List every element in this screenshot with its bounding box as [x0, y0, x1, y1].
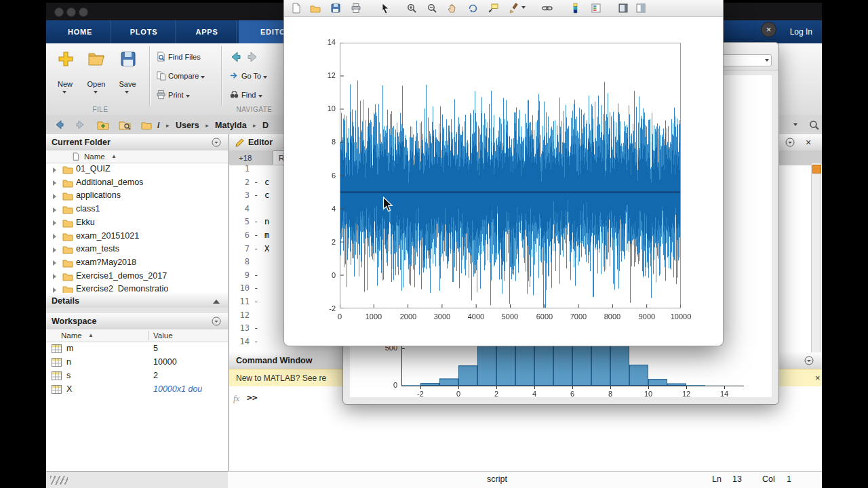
- panel-menu-icon[interactable]: [212, 317, 221, 326]
- expand-icon[interactable]: [53, 287, 56, 293]
- expand-icon[interactable]: [53, 274, 56, 279]
- tab-apps[interactable]: APPS: [178, 20, 237, 43]
- folder-name: applications: [76, 189, 121, 203]
- close-window-icon[interactable]: [54, 7, 64, 17]
- expand-icon[interactable]: [53, 220, 56, 226]
- expand-icon[interactable]: [53, 247, 56, 253]
- save-button[interactable]: Save: [113, 46, 142, 104]
- breadcrumb-segment[interactable]: D: [262, 121, 269, 130]
- rotate-3d-icon[interactable]: [466, 1, 479, 15]
- tab-home[interactable]: HOME: [50, 20, 111, 43]
- browse-folder-icon[interactable]: [118, 118, 132, 131]
- variable-value: 2: [153, 369, 158, 382]
- zoom-out-icon[interactable]: [425, 1, 439, 15]
- current-folder-column-header[interactable]: Name ▲: [46, 150, 228, 163]
- editor-pencil-icon: [235, 138, 245, 148]
- workspace-column-header[interactable]: Name ▲ Value: [46, 329, 228, 342]
- insert-colorbar-icon[interactable]: [569, 1, 583, 15]
- workspace-row[interactable]: n10000: [46, 355, 228, 369]
- collapse-chevron-icon[interactable]: [213, 300, 220, 304]
- expand-icon[interactable]: [53, 167, 56, 173]
- expand-icon[interactable]: [53, 207, 56, 213]
- panel-menu-icon[interactable]: [785, 138, 795, 147]
- show-plot-tools-icon[interactable]: [634, 1, 648, 15]
- expand-icon[interactable]: [53, 194, 56, 199]
- workspace-header[interactable]: Workspace: [46, 313, 228, 330]
- folder-row[interactable]: Ekku: [46, 216, 228, 230]
- hist-xtick-label: 10: [638, 390, 658, 398]
- folder-row[interactable]: exam?May2018: [46, 256, 228, 270]
- folder-row[interactable]: class1: [46, 203, 228, 216]
- search-icon[interactable]: [808, 119, 820, 131]
- open-button[interactable]: Open: [81, 46, 111, 104]
- zoom-in-icon[interactable]: [405, 1, 418, 15]
- nav-back-icon[interactable]: [53, 118, 66, 131]
- new-button[interactable]: New: [50, 46, 80, 104]
- brush-icon[interactable]: [507, 1, 520, 15]
- breadcrumb-segment[interactable]: Matylda: [215, 121, 247, 130]
- hide-plot-tools-icon[interactable]: [616, 1, 630, 15]
- forward-arrow-icon[interactable]: [245, 50, 259, 64]
- ytick-label: 6: [314, 171, 336, 180]
- compare-button[interactable]: Compare: [156, 70, 205, 83]
- find-files-button[interactable]: Find Files: [156, 52, 201, 64]
- expand-icon[interactable]: [53, 234, 56, 239]
- breadcrumb-root[interactable]: /: [157, 121, 159, 130]
- find-button[interactable]: Find: [229, 89, 262, 102]
- breadcrumb-segment[interactable]: Users: [176, 121, 199, 130]
- hist-xtick-label: 14: [714, 390, 734, 398]
- figure-combo-field[interactable]: [720, 54, 772, 66]
- panel-menu-icon[interactable]: [804, 356, 814, 365]
- signal-figure-window[interactable]: 14 12 10 8 6 4 2 0 -2 0 1000 2000 3000 4…: [283, 0, 724, 346]
- folder-row[interactable]: 01_QUIZ: [46, 163, 228, 176]
- folder-row[interactable]: Additional_demos: [46, 176, 228, 190]
- login-button[interactable]: Log In: [790, 20, 812, 43]
- goto-button[interactable]: Go To: [229, 70, 267, 83]
- caret-down-icon: [186, 95, 190, 98]
- command-prompt[interactable]: >>: [247, 392, 258, 403]
- warning-indicator-icon[interactable]: [812, 165, 821, 174]
- zoom-window-icon[interactable]: [79, 7, 88, 17]
- banner-close-icon[interactable]: ×: [815, 369, 821, 387]
- expand-icon[interactable]: [53, 180, 56, 186]
- print-label: Print: [168, 91, 184, 99]
- expand-icon[interactable]: [53, 260, 56, 266]
- ytick-label: -2: [314, 304, 336, 312]
- workspace-row[interactable]: m5: [46, 342, 228, 355]
- resize-grip-icon[interactable]: [50, 476, 68, 485]
- print-button[interactable]: Print: [156, 89, 190, 102]
- print-figure-icon[interactable]: [349, 1, 363, 15]
- data-cursor-icon[interactable]: [486, 1, 500, 15]
- fx-icon[interactable]: fx: [233, 393, 239, 404]
- figure-close-icon[interactable]: ×: [761, 22, 776, 37]
- brush-dropdown-icon[interactable]: [521, 6, 526, 9]
- new-figure-icon[interactable]: [290, 1, 303, 15]
- hist-xtick-label: 0: [448, 390, 469, 398]
- folder-row[interactable]: exam_tests: [46, 243, 228, 256]
- link-plots-icon[interactable]: [540, 1, 554, 15]
- print-icon: [156, 89, 166, 100]
- folder-row[interactable]: Exercise1_demos_2017: [46, 270, 228, 283]
- insert-legend-icon[interactable]: [589, 1, 603, 15]
- open-file-icon[interactable]: [309, 1, 322, 15]
- breadcrumb[interactable]: / ▸ Users ▸ Matylda ▸ D: [157, 115, 269, 134]
- panel-menu-icon[interactable]: [212, 138, 221, 147]
- save-figure-icon[interactable]: [329, 1, 342, 15]
- workspace-row[interactable]: X10000x1 dou: [46, 382, 228, 396]
- close-panel-icon[interactable]: ×: [806, 134, 811, 150]
- pan-icon[interactable]: [446, 1, 459, 15]
- workspace-row[interactable]: s2: [46, 369, 228, 382]
- edit-plot-icon[interactable]: [379, 1, 393, 15]
- address-dropdown-icon[interactable]: [793, 123, 797, 126]
- nav-forward-icon[interactable]: [73, 118, 87, 131]
- editor-message-indicator-bar[interactable]: [811, 163, 821, 354]
- current-folder-header[interactable]: Current Folder: [46, 134, 228, 151]
- back-arrow-icon[interactable]: [229, 50, 243, 64]
- up-folder-icon[interactable]: [96, 118, 110, 131]
- folder-row[interactable]: applications: [46, 189, 228, 203]
- folder-row[interactable]: exam_20151021: [46, 230, 228, 243]
- tab-plots[interactable]: PLOTS: [113, 20, 176, 43]
- signal-plot[interactable]: [340, 43, 681, 308]
- minimize-window-icon[interactable]: [66, 7, 76, 17]
- column-divider[interactable]: [148, 331, 149, 340]
